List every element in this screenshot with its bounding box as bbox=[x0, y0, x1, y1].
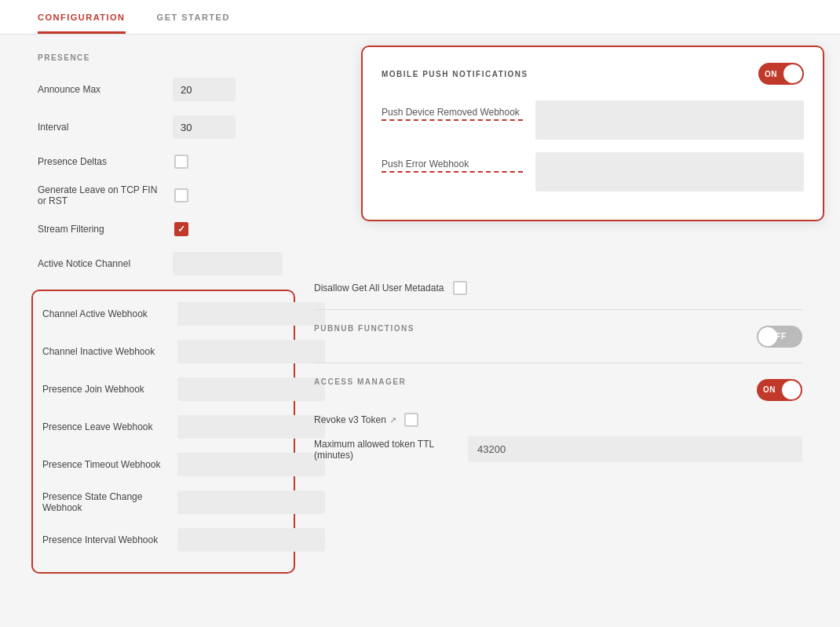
presence-state-change-webhook-input[interactable] bbox=[177, 490, 325, 514]
pubnub-functions-toggle-knob bbox=[758, 327, 777, 346]
disallow-checkbox[interactable] bbox=[453, 281, 467, 295]
presence-deltas-row: Presence Deltas bbox=[38, 153, 289, 170]
mpn-title: MOBILE PUSH NOTIFICATIONS bbox=[382, 70, 528, 78]
disallow-label: Disallow Get All User Metadata bbox=[314, 283, 444, 293]
presence-section-title: PRESENCE bbox=[38, 53, 289, 62]
announce-max-row: Announce Max bbox=[38, 78, 289, 101]
active-notice-channel-input[interactable] bbox=[173, 252, 283, 275]
separator-1 bbox=[314, 309, 802, 310]
access-manager-toggle[interactable]: ON bbox=[757, 379, 802, 401]
channel-inactive-webhook-input[interactable] bbox=[177, 340, 325, 363]
revoke-row: Revoke v3 Token ↗ bbox=[314, 413, 802, 427]
presence-leave-webhook-input[interactable] bbox=[177, 415, 325, 439]
tab-get-started[interactable]: GET STARTED bbox=[157, 13, 230, 34]
tabs-bar: CONFIGURATION GET STARTED bbox=[0, 0, 840, 35]
presence-timeout-webhook-input[interactable] bbox=[177, 453, 325, 476]
access-manager-header: ACCESS MANAGER ON bbox=[314, 377, 802, 402]
left-panel: PRESENCE Announce Max Interval Presence … bbox=[38, 53, 289, 574]
channel-active-webhook-label: Channel Active Webhook bbox=[42, 308, 168, 319]
push-device-removed-label: Push Device Removed Webhook bbox=[382, 100, 523, 121]
right-panel: MOBILE PUSH NOTIFICATIONS ON Push Device… bbox=[314, 53, 802, 574]
revoke-checkbox[interactable] bbox=[404, 413, 418, 427]
channel-active-webhook-input[interactable] bbox=[177, 302, 325, 326]
max-ttl-row: Maximum allowed token TTL (minutes) bbox=[314, 436, 802, 462]
presence-deltas-label: Presence Deltas bbox=[38, 156, 163, 167]
presence-join-webhook-label: Presence Join Webhook bbox=[42, 384, 168, 395]
pubnub-functions-title: PUBNUB FUNCTIONS bbox=[314, 324, 415, 333]
revoke-label-text: Revoke v3 Token bbox=[314, 414, 386, 425]
right-content: Disallow Get All User Metadata PUBNUB FU… bbox=[314, 281, 802, 462]
max-ttl-input[interactable] bbox=[468, 436, 802, 462]
interval-row: Interval bbox=[38, 115, 289, 139]
generate-leave-checkbox[interactable] bbox=[174, 188, 188, 202]
presence-leave-webhook-label: Presence Leave Webhook bbox=[42, 421, 168, 432]
access-manager-toggle-label: ON bbox=[763, 385, 776, 394]
interval-input[interactable] bbox=[173, 115, 236, 139]
external-link-icon: ↗ bbox=[389, 415, 396, 425]
pubnub-functions-toggle[interactable]: OFF bbox=[757, 326, 802, 348]
presence-deltas-checkbox[interactable] bbox=[174, 155, 188, 169]
push-error-webhook-label: Push Error Webhook bbox=[382, 152, 523, 173]
active-notice-channel-row: Active Notice Channel bbox=[38, 252, 289, 275]
revoke-label: Revoke v3 Token ↗ bbox=[314, 414, 396, 425]
stream-filtering-row: Stream Filtering bbox=[38, 221, 289, 238]
stream-filtering-label: Stream Filtering bbox=[38, 224, 163, 235]
mpn-toggle-label: ON bbox=[765, 70, 777, 78]
separator-2 bbox=[314, 363, 802, 363]
tab-configuration[interactable]: CONFIGURATION bbox=[38, 13, 126, 34]
presence-state-change-webhook-row: Presence State Change Webhook bbox=[42, 490, 284, 514]
stream-filtering-checkbox[interactable] bbox=[174, 222, 188, 236]
generate-leave-row: Generate Leave on TCP FIN or RST bbox=[38, 184, 289, 206]
access-manager-toggle-knob bbox=[782, 381, 801, 399]
presence-join-webhook-input[interactable] bbox=[177, 377, 325, 401]
announce-max-label: Announce Max bbox=[38, 84, 163, 95]
pubnub-functions-header: PUBNUB FUNCTIONS OFF bbox=[314, 324, 802, 348]
presence-interval-webhook-input[interactable] bbox=[177, 528, 325, 552]
channel-inactive-webhook-row: Channel Inactive Webhook bbox=[42, 340, 284, 363]
presence-join-webhook-row: Presence Join Webhook bbox=[42, 377, 284, 401]
access-manager-title: ACCESS MANAGER bbox=[314, 377, 406, 386]
announce-max-input[interactable] bbox=[173, 78, 236, 101]
push-device-removed-row: Push Device Removed Webhook bbox=[382, 100, 804, 140]
push-error-webhook-input[interactable] bbox=[535, 152, 804, 191]
interval-label: Interval bbox=[38, 122, 163, 133]
active-notice-channel-label: Active Notice Channel bbox=[38, 258, 163, 269]
generate-leave-label: Generate Leave on TCP FIN or RST bbox=[38, 184, 163, 206]
push-error-webhook-row: Push Error Webhook bbox=[382, 152, 804, 191]
channel-active-webhook-row: Channel Active Webhook bbox=[42, 302, 284, 326]
presence-interval-webhook-row: Presence Interval Webhook bbox=[42, 528, 284, 552]
mpn-card: MOBILE PUSH NOTIFICATIONS ON Push Device… bbox=[361, 46, 824, 221]
push-device-removed-input[interactable] bbox=[535, 100, 804, 140]
webhook-box: Channel Active Webhook Channel Inactive … bbox=[31, 290, 295, 574]
main-content: PRESENCE Announce Max Interval Presence … bbox=[0, 35, 840, 592]
presence-state-change-webhook-label: Presence State Change Webhook bbox=[42, 491, 168, 513]
disallow-row: Disallow Get All User Metadata bbox=[314, 281, 802, 295]
max-ttl-label: Maximum allowed token TTL (minutes) bbox=[314, 439, 455, 461]
presence-leave-webhook-row: Presence Leave Webhook bbox=[42, 415, 284, 439]
mpn-toggle[interactable]: ON bbox=[758, 63, 804, 85]
mpn-toggle-knob bbox=[783, 64, 802, 83]
presence-interval-webhook-label: Presence Interval Webhook bbox=[42, 534, 168, 545]
channel-inactive-webhook-label: Channel Inactive Webhook bbox=[42, 346, 168, 357]
presence-timeout-webhook-label: Presence Timeout Webhook bbox=[42, 459, 168, 470]
mpn-header: MOBILE PUSH NOTIFICATIONS ON bbox=[382, 63, 804, 85]
presence-timeout-webhook-row: Presence Timeout Webhook bbox=[42, 453, 284, 476]
